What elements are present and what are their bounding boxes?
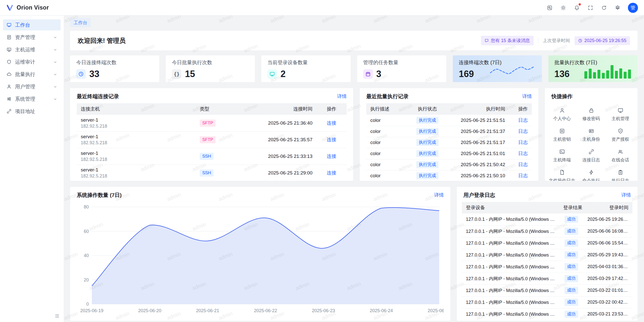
login-time: 2025-04-03 01:36:58 — [583, 261, 632, 273]
file-icon — [559, 169, 565, 175]
sidebar-item-assets[interactable]: 资产管理 — [3, 32, 61, 43]
qa-online-sessions[interactable]: 在线会话 — [606, 146, 635, 166]
login-time: 2025-06-25 19:26:55 — [583, 213, 632, 225]
qa-user-center[interactable]: 个人中心 — [547, 104, 577, 125]
login-device: 127.0.0.1 - 内网IP - Mozilla/5.0 (Windows … — [462, 296, 559, 308]
protocol-tag: SSH — [200, 153, 214, 160]
table-row: color 执行完成 2025-06-25 21:51:37 日志 — [366, 126, 532, 137]
menu-search-icon[interactable] — [544, 2, 555, 14]
host-name: server-1 — [81, 134, 192, 139]
stat-value: 136 — [554, 69, 570, 79]
message-icon — [485, 39, 489, 43]
host-name: server-1 — [81, 167, 192, 173]
sidebar-item-system[interactable]: 系统管理 — [3, 93, 61, 104]
stat-label: 今日批量执行次数 — [172, 59, 249, 66]
host-ip: 182.92.5.218 — [81, 173, 192, 179]
sidebar: 工作台 资产管理 主机运维 运维审计 批量执行 用户管理 系统管理 项目地址 — [0, 16, 64, 322]
qa-execution-logs[interactable]: 执行日志 — [606, 166, 635, 181]
sidebar-item-audit[interactable]: 运维审计 — [3, 56, 61, 67]
login-result-badge: 成功 — [565, 216, 578, 223]
fullscreen-icon[interactable] — [585, 2, 596, 14]
stat-card-connect-7d: 连接终端次数 (7日) 169 — [453, 55, 542, 82]
table-row: color 执行完成 2025-06-25 21:51:01 日志 — [366, 148, 532, 159]
sidebar-item-workbench[interactable]: 工作台 — [3, 19, 61, 30]
clock-icon — [578, 39, 582, 43]
qa-host-terminal[interactable]: 主机终端 — [547, 146, 577, 166]
log-link[interactable]: 日志 — [518, 118, 528, 123]
chart-detail-link[interactable]: 详情 — [434, 192, 444, 198]
card-title: 用户登录日志 — [463, 192, 495, 199]
col-header: 执行描述 — [366, 103, 407, 115]
qa-host-identity[interactable]: 主机身份 — [577, 125, 606, 146]
login-device: 127.0.0.1 - 内网IP - Mozilla/5.0 (Windows … — [462, 225, 559, 237]
table-row: 127.0.0.1 - 内网IP - Mozilla/5.0 (Windows … — [462, 225, 632, 237]
qa-command-execution[interactable]: 命令执行 — [577, 166, 606, 181]
qa-connection-logs[interactable]: 连接日志 — [577, 146, 606, 166]
refresh-icon[interactable] — [598, 2, 610, 14]
unread-messages-badge[interactable]: 您有 15 条未读消息 — [481, 36, 534, 45]
host-ip: 182.92.5.218 — [81, 140, 192, 146]
table-header-row: 登录设备 登录结果 登录时间 — [462, 202, 632, 213]
log-link[interactable]: 日志 — [518, 173, 528, 178]
connect-link[interactable]: 连接 — [327, 120, 336, 126]
unread-messages-text: 您有 15 条未读消息 — [491, 38, 530, 44]
sidebar-item-host-ops[interactable]: 主机运维 — [3, 44, 61, 55]
top-bar: Orion Visor 管 — [0, 0, 644, 16]
last-login-label: 上次登录时间 — [543, 38, 570, 44]
login-result-badge: 成功 — [565, 263, 578, 270]
host-ip: 182.92.5.218 — [81, 157, 192, 162]
terminal-detail-link[interactable]: 详情 — [337, 93, 347, 100]
qa-host-keys[interactable]: 主机密钥 — [547, 125, 577, 146]
qa-file-operation-logs[interactable]: 文件操作日志 — [547, 166, 577, 181]
settings-icon[interactable] — [612, 2, 623, 14]
quick-actions-card: 快捷操作 个人中心 修改密码 主机管理 主机密钥 — [545, 88, 637, 181]
sidebar-item-project-link[interactable]: 项目地址 — [3, 106, 61, 117]
shield-check-icon — [618, 128, 623, 134]
qa-asset-authorization[interactable]: 资产授权 — [606, 125, 635, 146]
card-title: 最近终端连接记录 — [77, 93, 119, 100]
theme-toggle-icon[interactable] — [557, 2, 569, 14]
breadcrumb[interactable]: 工作台 — [70, 18, 91, 27]
connect-link[interactable]: 连接 — [327, 137, 336, 142]
chevron-down-icon — [53, 85, 57, 89]
qa-host-management[interactable]: 主机管理 — [606, 104, 635, 125]
divider — [538, 38, 538, 43]
stat-card-login-devices: 当前登录设备数量 2 — [261, 55, 350, 82]
avatar-text: 管 — [631, 5, 635, 11]
protocol-tag: SFTP — [200, 120, 216, 127]
log-link[interactable]: 日志 — [518, 162, 528, 167]
log-link[interactable]: 日志 — [518, 151, 528, 156]
log-link[interactable]: 日志 — [518, 140, 528, 145]
sidebar-item-users[interactable]: 用户管理 — [3, 81, 61, 92]
table-row: 127.0.0.1 - 内网IP - Mozilla/5.0 (Windows … — [462, 261, 632, 273]
key-safe-icon — [559, 128, 565, 134]
link-icon — [7, 109, 12, 114]
qa-change-password[interactable]: 修改密码 — [577, 104, 606, 125]
login-logs-detail-link[interactable]: 详情 — [621, 192, 631, 198]
chevron-down-icon — [53, 35, 57, 39]
col-header: 类型 — [196, 103, 233, 115]
log-link[interactable]: 日志 — [518, 129, 528, 134]
app-logo[interactable]: Orion Visor — [6, 4, 49, 12]
connect-link[interactable]: 连接 — [327, 170, 336, 175]
asset-list-icon — [7, 35, 12, 40]
sidebar-collapse-icon[interactable] — [55, 313, 60, 318]
connect-time: 2025-06-25 21:35:57 — [233, 131, 316, 148]
exec-detail-link[interactable]: 详情 — [522, 93, 532, 100]
stat-label: 今日连接终端次数 — [76, 59, 153, 66]
stats-row: 今日连接终端次数 33 今日批量执行次数 {} 15 当前登录设备数量 — [70, 55, 637, 82]
login-time: 2025-03-21 23:53:43 — [583, 308, 632, 320]
connect-link[interactable]: 连接 — [327, 154, 336, 159]
card-title: 系统操作数量 (7日) — [77, 192, 122, 199]
login-time: 2025-06-06 15:54:26 — [583, 237, 632, 249]
system-operations-area-chart: 0204060802025-06-192025-06-202025-06-212… — [77, 202, 444, 315]
user-icon — [559, 108, 565, 113]
login-device: 127.0.0.1 - 内网IP - Mozilla/5.0 (Windows … — [462, 273, 559, 284]
exec-desc: color — [366, 170, 407, 181]
svg-text:2025-06-25: 2025-06-25 — [428, 308, 444, 313]
user-avatar[interactable]: 管 — [628, 3, 638, 13]
notifications-icon[interactable] — [571, 2, 583, 14]
col-header: 操作 — [316, 103, 347, 115]
sidebar-item-batch-exec[interactable]: 批量执行 — [3, 69, 61, 80]
protocol-tag: SSH — [200, 169, 214, 176]
